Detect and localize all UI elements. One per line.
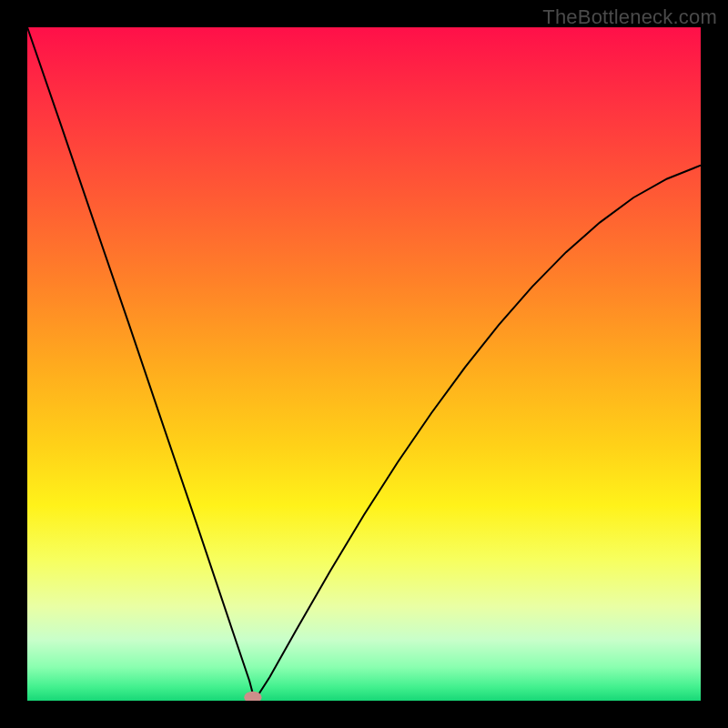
gradient-background xyxy=(27,27,701,701)
chart-frame: TheBottleneck.com xyxy=(0,0,728,728)
plot-area xyxy=(27,27,701,701)
watermark-text: TheBottleneck.com xyxy=(542,5,717,29)
plot-svg xyxy=(27,27,701,701)
